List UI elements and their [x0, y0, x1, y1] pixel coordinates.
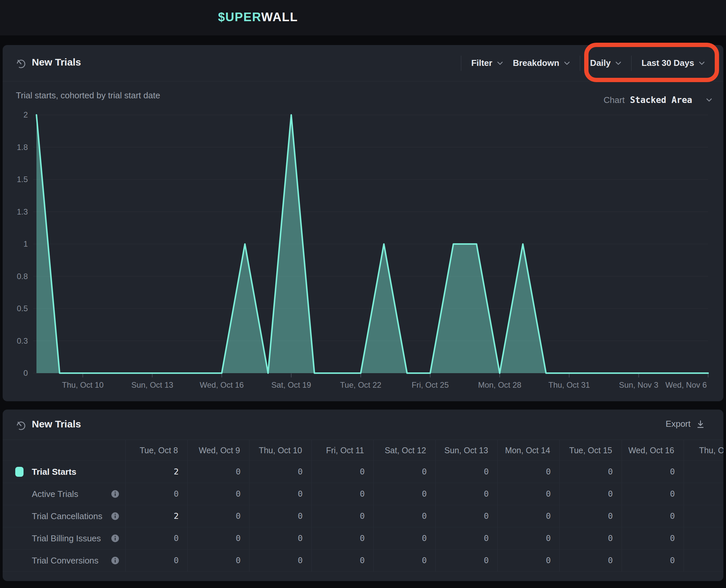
chart-subtitle: Trial starts, cohorted by trial start da… [16, 90, 160, 101]
row-label: Trial Conversions [32, 555, 98, 566]
table-cell [684, 505, 723, 527]
value-cell: 0 [559, 461, 621, 483]
value-cell: 0 [497, 461, 559, 483]
row-label-cell: Trial Cancellations [3, 505, 125, 527]
row-label-cell: Trial Billing Issues [3, 527, 125, 549]
series-swatch [15, 467, 23, 477]
value-cell: 0 [559, 505, 621, 527]
row-label-cell: Trial Starts [3, 461, 125, 483]
divider [3, 81, 723, 81]
value-cell: 0 [311, 461, 374, 483]
value-cell: 0 [311, 505, 374, 527]
new-trials-table-panel: New Trials Export Tue, Oct 8Wed, Oct 9Th… [3, 410, 723, 581]
info-icon[interactable] [111, 534, 120, 543]
x-tick-label: Thu, Oct 31 [548, 380, 590, 390]
column-header: Wed, Oct 9 [187, 440, 249, 461]
logo-secondary: WALL [261, 10, 298, 24]
value-cell: 0 [497, 483, 559, 505]
value-cell: 0 [436, 483, 497, 505]
value-cell: 2 [125, 505, 187, 527]
row-label: Trial Cancellations [32, 511, 102, 522]
value-cell: 0 [622, 461, 684, 483]
timer-icon [15, 419, 26, 431]
value-cell: 0 [436, 505, 497, 527]
value-cell: 0 [125, 527, 187, 549]
y-tick-label: 0.5 [7, 303, 28, 314]
info-icon[interactable] [111, 490, 120, 499]
value-cell: 0 [311, 527, 374, 549]
logo-primary: $UPER [218, 10, 261, 24]
chevron-down-icon [706, 98, 712, 102]
x-tick-label: Wed, Nov 6 [665, 380, 707, 390]
column-header: Thu, Oct 10 [249, 440, 311, 461]
x-tick-label: Fri, Oct 25 [411, 380, 449, 390]
export-button[interactable]: Export [666, 419, 705, 429]
y-tick-label: 2 [7, 110, 28, 120]
value-cell: 0 [374, 461, 436, 483]
value-cell: 0 [311, 550, 374, 571]
value-cell: 0 [249, 527, 311, 549]
table-cell [3, 440, 125, 461]
granularity-label: Daily [590, 58, 611, 68]
value-cell: 0 [125, 550, 187, 571]
stacked-area-chart[interactable] [31, 111, 718, 378]
y-tick-label: 1.5 [7, 174, 28, 184]
value-cell: 0 [622, 527, 684, 549]
value-cell: 0 [374, 527, 436, 549]
value-cell: 0 [125, 483, 187, 505]
column-header: Sat, Oct 12 [374, 440, 436, 461]
chevron-down-icon [564, 61, 570, 65]
y-tick-label: 1.8 [7, 142, 28, 152]
x-tick-label: Sun, Nov 3 [619, 380, 659, 390]
value-cell: 0 [249, 505, 311, 527]
row-label-cell: Active Trials [3, 483, 125, 505]
x-tick-label: Sun, Oct 13 [131, 380, 173, 390]
table-cell [684, 483, 723, 505]
table-cell [684, 550, 723, 571]
value-cell: 0 [497, 505, 559, 527]
value-cell: 0 [622, 550, 684, 571]
table-row: Active Trials000000000 [3, 483, 723, 505]
column-header: Thu, O [684, 440, 723, 461]
row-label-cell: Trial Conversions [3, 550, 125, 571]
value-cell: 0 [187, 550, 249, 571]
chart-type-selector[interactable]: Chart Stacked Area [604, 89, 712, 111]
value-cell: 2 [125, 461, 187, 483]
column-header: Wed, Oct 16 [622, 440, 684, 461]
new-trials-chart-panel: New Trials Filter Breakdown Daily Last 3… [3, 45, 723, 401]
x-tick-label: Thu, Oct 10 [62, 380, 103, 390]
value-cell: 0 [249, 483, 311, 505]
info-icon[interactable] [111, 512, 120, 521]
breakdown-button[interactable]: Breakdown [513, 58, 570, 68]
value-cell: 0 [497, 527, 559, 549]
filter-button[interactable]: Filter [471, 58, 503, 68]
divider [631, 56, 631, 71]
value-cell: 0 [187, 505, 249, 527]
column-header: Mon, Oct 14 [497, 440, 559, 461]
value-cell: 0 [187, 483, 249, 505]
chart-panel-title: New Trials [32, 57, 81, 68]
breakdown-label: Breakdown [513, 58, 559, 68]
value-cell: 0 [622, 505, 684, 527]
x-tick-label: Sat, Oct 19 [271, 380, 311, 390]
date-range-button[interactable]: Last 30 Days [642, 58, 705, 68]
timer-icon [15, 58, 26, 69]
granularity-button[interactable]: Daily [590, 58, 621, 68]
row-label: Active Trials [32, 489, 78, 499]
value-cell: 0 [436, 550, 497, 571]
table-header-row: Tue, Oct 8Wed, Oct 9Thu, Oct 10Fri, Oct … [3, 440, 723, 461]
info-icon[interactable] [111, 556, 120, 565]
row-label: Trial Billing Issues [32, 533, 101, 544]
value-cell: 0 [249, 461, 311, 483]
column-header: Sun, Oct 13 [436, 440, 497, 461]
value-cell: 0 [187, 527, 249, 549]
table-row: Trial Starts200000000 [3, 461, 723, 483]
value-cell: 0 [622, 483, 684, 505]
y-tick-label: 0.3 [7, 336, 28, 346]
value-cell: 0 [374, 505, 436, 527]
value-cell: 0 [187, 461, 249, 483]
y-tick-label: 1 [7, 239, 28, 249]
trials-data-table: Tue, Oct 8Wed, Oct 9Thu, Oct 10Fri, Oct … [3, 440, 723, 572]
download-icon [695, 419, 705, 429]
column-header: Fri, Oct 11 [311, 440, 374, 461]
